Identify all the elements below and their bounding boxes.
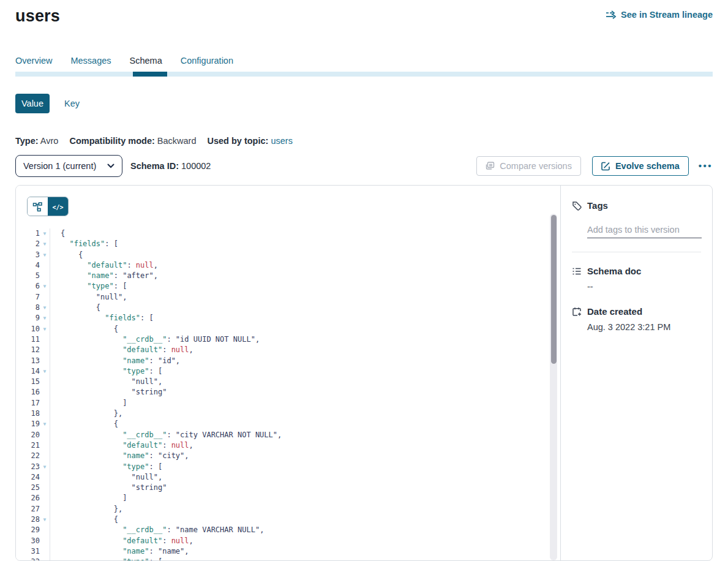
stream-lineage-label: See in Stream lineage: [621, 10, 713, 20]
fold-arrow-icon[interactable]: ▼: [40, 250, 50, 260]
fold-spacer: [40, 472, 50, 483]
code-text: ]: [50, 398, 547, 409]
code-text: "null",: [50, 292, 547, 303]
evolve-schema-label: Evolve schema: [615, 161, 680, 171]
tab-bar: OverviewMessagesSchemaConfiguration: [15, 56, 713, 67]
line-number: 4: [16, 260, 40, 271]
tree-view-button[interactable]: [28, 197, 48, 216]
line-number: 14: [16, 366, 40, 377]
code-view-button[interactable]: </>: [48, 197, 68, 216]
add-tags-input[interactable]: [587, 225, 702, 238]
list-icon: [572, 266, 582, 292]
schema-json-editor[interactable]: 1▼{2▼"fields": [3▼{4"default": null,5"na…: [16, 228, 547, 560]
schema-id-label: Schema ID:: [130, 161, 179, 171]
code-text: "string": [50, 387, 547, 397]
fold-arrow-icon[interactable]: ▼: [40, 557, 50, 560]
code-text: "fields": [: [50, 239, 547, 249]
version-select[interactable]: Version 1 (current): [15, 155, 122, 177]
schema-meta-row: Type: Avro Compatibility mode: Backward …: [15, 135, 713, 146]
code-line: 9▼"fields": [: [16, 313, 547, 323]
line-number: 17: [16, 398, 40, 409]
code-text: "default": null,: [50, 345, 547, 355]
code-line: 29"__crdb__": "name VARCHAR NULL",: [16, 525, 547, 535]
fold-arrow-icon[interactable]: ▼: [40, 239, 50, 249]
fold-arrow-icon[interactable]: ▼: [40, 419, 50, 429]
code-text: "type": [: [50, 281, 547, 292]
stream-lineage-link[interactable]: See in Stream lineage: [606, 10, 713, 20]
code-line: 17]: [16, 398, 547, 409]
tab-active-indicator: [133, 72, 167, 77]
fold-spacer: [40, 483, 50, 493]
fold-spacer: [40, 440, 50, 451]
key-toggle-link[interactable]: Key: [64, 99, 80, 108]
schema-sidebar: Tags Schema doc --: [560, 186, 712, 560]
fold-spacer: [40, 493, 50, 503]
code-scrollbar-track[interactable]: [550, 214, 557, 560]
meta-compatibility: Compatibility mode: Backward: [69, 136, 196, 146]
meta-type: Type: Avro: [15, 136, 58, 146]
calendar-add-icon: [572, 306, 582, 332]
line-number: 31: [16, 546, 40, 557]
meta-compat-label: Compatibility mode:: [69, 136, 154, 146]
date-created-value: Aug. 3 2022 3:21 PM: [587, 322, 670, 332]
fold-arrow-icon[interactable]: ▼: [40, 324, 50, 334]
code-text: "type": [: [50, 557, 547, 560]
tags-section: Tags: [572, 200, 701, 213]
code-line: 2▼"fields": [: [16, 239, 547, 249]
code-text: "default": null,: [50, 440, 547, 451]
fold-arrow-icon[interactable]: ▼: [40, 462, 50, 472]
fold-arrow-icon[interactable]: ▼: [40, 303, 50, 313]
more-options-button[interactable]: •••: [699, 156, 713, 176]
line-number: 29: [16, 525, 40, 535]
fold-arrow-icon[interactable]: ▼: [40, 514, 50, 525]
evolve-schema-button[interactable]: Evolve schema: [592, 156, 689, 176]
fold-spacer: [40, 292, 50, 303]
schema-page: users See in Stream lineage OverviewMess…: [0, 0, 728, 561]
code-line: 23▼"type": [: [16, 462, 547, 472]
schema-id: Schema ID: 100002: [130, 161, 211, 171]
line-number: 23: [16, 462, 40, 472]
code-line: 32▼"type": [: [16, 557, 547, 560]
code-text: "__crdb__": "id UUID NOT NULL",: [50, 334, 547, 345]
code-line: 25"string": [16, 483, 547, 493]
line-number: 16: [16, 387, 40, 397]
fold-arrow-icon[interactable]: ▼: [40, 281, 50, 292]
tab-overview[interactable]: Overview: [15, 56, 52, 67]
date-created-section: Date created Aug. 3 2022 3:21 PM: [572, 306, 701, 332]
fold-spacer: [40, 356, 50, 366]
version-toolbar: Version 1 (current) Schema ID: 100002 Co…: [15, 155, 713, 177]
fold-arrow-icon[interactable]: ▼: [40, 366, 50, 377]
code-line: 4"default": null,: [16, 260, 547, 271]
tab-messages[interactable]: Messages: [70, 56, 111, 67]
topic-link[interactable]: users: [271, 136, 292, 146]
tab-schema[interactable]: Schema: [130, 56, 162, 67]
line-number: 7: [16, 292, 40, 303]
fold-spacer: [40, 271, 50, 281]
line-number: 2: [16, 239, 40, 249]
fold-arrow-icon[interactable]: ▼: [40, 228, 50, 239]
fold-spacer: [40, 260, 50, 271]
code-line: 12"default": null,: [16, 345, 547, 355]
line-number: 22: [16, 451, 40, 461]
code-text: {: [50, 514, 547, 525]
fold-arrow-icon[interactable]: ▼: [40, 313, 50, 323]
tab-configuration[interactable]: Configuration: [181, 56, 233, 67]
compare-versions-icon: [486, 162, 495, 170]
line-number: 30: [16, 536, 40, 546]
code-line: 5"name": "after",: [16, 271, 547, 281]
code-text: "__crdb__": "city VARCHAR NOT NULL",: [50, 430, 547, 440]
fold-spacer: [40, 546, 50, 557]
schema-code-panel: </> 1▼{2▼"fields": [3▼{4"default": null,…: [16, 186, 560, 560]
fold-spacer: [40, 525, 50, 535]
compare-versions-button[interactable]: Compare versions: [476, 156, 581, 176]
code-scrollbar-thumb[interactable]: [551, 215, 557, 364]
code-line: 27},: [16, 504, 547, 514]
schema-doc-value: --: [587, 282, 641, 292]
tab-underline-track: [15, 72, 713, 77]
value-toggle-button[interactable]: Value: [15, 94, 50, 113]
line-number: 9: [16, 313, 40, 323]
line-number: 20: [16, 430, 40, 440]
schema-id-value: 100002: [181, 161, 211, 171]
line-number: 19: [16, 419, 40, 429]
chevron-down-icon: [107, 164, 114, 168]
